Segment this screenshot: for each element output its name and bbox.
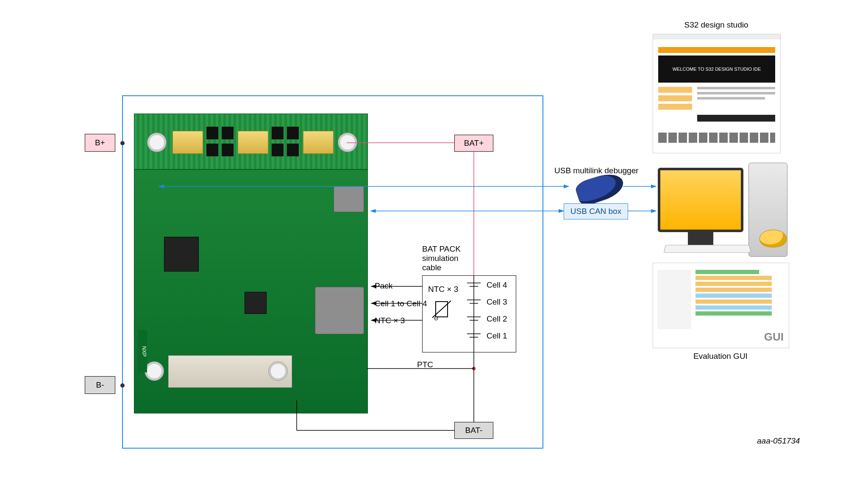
thermistor-icon: Θ xyxy=(430,297,453,321)
row xyxy=(696,311,772,316)
cell4-label: Cell 4 xyxy=(487,280,507,290)
cell-connector xyxy=(315,287,364,334)
label: BAT+ xyxy=(464,139,484,148)
keyboard-icon xyxy=(664,245,751,252)
row xyxy=(696,305,772,310)
pcb-board: NXP xyxy=(134,114,368,413)
sidebar-item xyxy=(658,104,692,110)
sidebar xyxy=(657,270,691,329)
gui-text: GUI xyxy=(764,330,784,344)
power-pad xyxy=(172,131,203,154)
mcu-chip xyxy=(164,237,199,272)
mosfet xyxy=(272,127,284,139)
ntc-internal: NTC × 3 xyxy=(428,285,458,294)
mosfet xyxy=(287,144,299,156)
terminal-b-plus: B+ xyxy=(85,134,115,152)
s32-caption: S32 design studio xyxy=(661,20,771,30)
screw xyxy=(147,133,167,152)
sidebar-item xyxy=(658,87,692,93)
titlebar xyxy=(653,34,780,39)
svg-rect-0 xyxy=(436,302,448,317)
eval-gui-caption: Evaluation GUI xyxy=(665,352,776,361)
row xyxy=(696,299,772,304)
cell1-label: Cell 1 xyxy=(487,331,507,341)
cell2-label: Cell 2 xyxy=(487,314,507,324)
mosfet xyxy=(206,144,218,156)
monitor-screen xyxy=(658,168,743,232)
screw xyxy=(268,361,288,381)
cell3-label: Cell 3 xyxy=(487,297,507,307)
row xyxy=(696,282,772,286)
doc-id: aaa-051734 xyxy=(757,436,800,446)
terminal-dot xyxy=(120,141,125,145)
nxp-logo: NXP xyxy=(138,330,147,372)
s32-window: WELCOME TO S32 DESIGN STUDIO IDE xyxy=(653,34,781,153)
ic-chip xyxy=(245,292,267,314)
content-line xyxy=(697,97,765,100)
mosfet xyxy=(206,127,218,139)
content-line xyxy=(697,87,775,89)
svg-line-1 xyxy=(432,301,451,318)
mosfet xyxy=(287,127,299,139)
svg-text:Θ: Θ xyxy=(434,315,438,321)
mosfet xyxy=(222,144,234,156)
cells-label: Cell 1 to Cell 4 xyxy=(375,299,427,308)
mosfet xyxy=(222,127,234,139)
sidebar-item xyxy=(658,95,692,101)
power-pad xyxy=(238,131,268,154)
bat-plus-label: BAT+ xyxy=(454,135,493,152)
usb-debugger-caption: USB multilink debugger xyxy=(554,166,639,175)
row xyxy=(696,288,772,292)
row xyxy=(696,276,772,280)
terminal-b-minus: B- xyxy=(85,376,115,394)
ptc-label: PTC xyxy=(417,360,433,369)
pack-label: Pack xyxy=(375,281,392,291)
label: BAT- xyxy=(465,426,483,435)
batpack-title: BAT PACK simulation cable xyxy=(422,244,498,272)
row xyxy=(696,294,772,298)
label: USB CAN box xyxy=(570,207,621,216)
screw xyxy=(145,361,164,381)
content-line xyxy=(697,92,775,94)
usb-can-box: USB CAN box xyxy=(564,203,628,219)
monitor-icon xyxy=(658,168,743,248)
row xyxy=(696,270,759,274)
terminal-dot xyxy=(120,383,125,388)
orange-bar xyxy=(658,47,775,53)
content-strip xyxy=(697,115,775,122)
mouse-icon xyxy=(760,230,787,247)
hero: WELCOME TO S32 DESIGN STUDIO IDE xyxy=(658,55,775,83)
mosfet xyxy=(272,144,284,156)
gui-window: GUI xyxy=(653,263,789,348)
screw xyxy=(338,133,357,152)
bat-minus-label: BAT- xyxy=(454,422,493,439)
gallery xyxy=(658,133,775,143)
ntc-label: NTC × 3 xyxy=(375,316,405,325)
power-pad xyxy=(303,131,334,154)
label: B+ xyxy=(95,138,105,147)
label: B- xyxy=(96,380,104,390)
connector xyxy=(334,186,364,212)
